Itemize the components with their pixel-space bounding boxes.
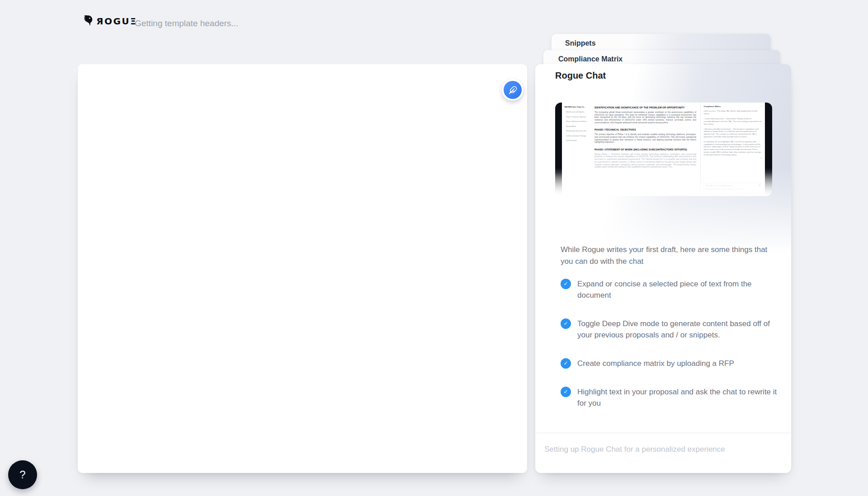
preview-toc-item: Phase I Technical Objective...	[566, 116, 590, 118]
quill-icon	[504, 81, 522, 99]
preview-toc-title: NAVSEA Open Topic fo...	[565, 106, 590, 108]
preview-compliance-paragraph: • Lower operating costs – Operating in T…	[704, 117, 762, 125]
checklist-item: ✓ Highlight text in your proposal and as…	[561, 386, 778, 409]
preview-toc-list: Identification and Signific... Phase I T…	[565, 111, 590, 142]
rogue-chat-panel: Rogue Chat NAVSEA Open Topic fo... Ident…	[535, 64, 791, 473]
preview-compliance-header: Compliance Matrix ^	[704, 105, 762, 108]
check-circle-icon: ✓	[561, 387, 571, 397]
preview-doc-heading: PHASE I STATEMENT OF WORK (INCLUDING SUB…	[594, 148, 696, 151]
preview-compliance-title: Compliance Matrix	[704, 105, 721, 108]
preview-doc-paragraph: The primary objective of Phase I is to i…	[594, 133, 696, 144]
preview-doc-heading: IDENTIFICATION AND SIGNIFICANCE OF THE P…	[594, 106, 696, 109]
preview-compliance-paragraph: In summary, the text highlights TAC's te…	[704, 140, 762, 156]
checklist-item: ✓ Expand or concise a selected piece of …	[561, 278, 778, 301]
preview-toc-item: Related Work	[566, 125, 590, 127]
preview-toc-item: Key Personnel	[566, 140, 590, 142]
preview-doc-paragraph: During Phase I, Trenchant Analytics will…	[594, 153, 696, 168]
chat-panel-title: Rogue Chat	[555, 70, 606, 81]
check-circle-icon: ✓	[561, 318, 571, 329]
checklist-item-text: Highlight text in your proposal and ask …	[577, 386, 778, 409]
rogue-logo: ЯOGUΞ	[82, 15, 137, 28]
checklist-item-text: Expand or concise a selected piece of te…	[577, 278, 778, 301]
help-button[interactable]: ?	[8, 460, 37, 489]
preview-compliance-paragraph: • Business-friendly environment – The bu…	[704, 128, 762, 138]
tab-compliance-matrix-label: Compliance Matrix	[543, 50, 780, 63]
checklist-item-text: Toggle Deep Dive mode to generate conten…	[577, 318, 778, 341]
rogue-app: ЯOGUΞ Getting template headers... Snippe…	[0, 0, 868, 496]
preview-toc-item: Relationship with Future Re...	[566, 130, 590, 132]
checklist-item: ✓ Create compliance matrix by uploading …	[561, 358, 778, 369]
falcon-logo-icon	[82, 15, 95, 28]
preview-compliance-paragraph: client success. This helps TAC deliver h…	[704, 110, 762, 115]
checklist-item-text: Create compliance matrix by uploading a …	[577, 358, 734, 369]
assistant-button[interactable]	[502, 79, 524, 101]
preview-bottom-fade	[555, 173, 772, 196]
chat-intro-text: While Rogue writes your first draft, her…	[561, 244, 777, 267]
checklist-item: ✓ Toggle Deep Dive mode to generate cont…	[561, 318, 778, 341]
chat-message-input[interactable]: Setting up Rogue Chat for a personalized…	[544, 433, 782, 473]
preview-toc-item: Identification and Signific...	[566, 111, 590, 113]
check-circle-icon: ✓	[561, 279, 571, 289]
loading-status-text: Getting template headers...	[135, 19, 238, 28]
preview-doc-paragraph: The increasing global threat environment…	[594, 111, 696, 124]
tab-snippets-label: Snippets	[552, 34, 771, 47]
logo-wordmark: ЯOGUΞ	[96, 16, 137, 27]
chat-feature-checklist: ✓ Expand or concise a selected piece of …	[561, 278, 778, 409]
collapse-chevron-icon: ^	[761, 105, 762, 108]
preview-toc-item: Phase I Statement of Work (...	[566, 121, 590, 123]
preview-toc-item: Commercialization Strategy	[566, 135, 590, 137]
preview-doc-heading: PHASE I TECHNICAL OBJECTIVES	[594, 128, 696, 131]
check-circle-icon: ✓	[561, 358, 571, 369]
app-preview-image: NAVSEA Open Topic fo... Identification a…	[555, 103, 772, 196]
preview-citation-badge: 6	[704, 157, 762, 159]
document-canvas[interactable]	[78, 64, 527, 473]
